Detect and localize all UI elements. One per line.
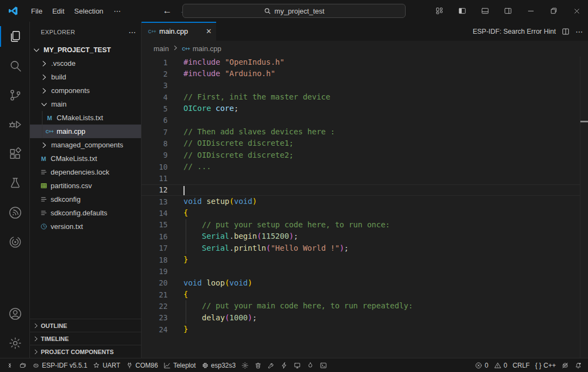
- status-serial-port[interactable]: COM86: [123, 359, 161, 371]
- status-warnings[interactable]: 0: [491, 359, 510, 371]
- status-eol[interactable]: CRLF: [510, 359, 532, 371]
- tree-item-sdkconfig[interactable]: sdkconfig: [30, 193, 141, 206]
- window-close-button[interactable]: [565, 0, 588, 22]
- tab-close-icon[interactable]: ✕: [206, 27, 212, 35]
- code-line-18[interactable]: 18}: [142, 254, 580, 265]
- status-sdk-config[interactable]: [238, 359, 252, 371]
- tree-item-build[interactable]: build: [30, 70, 141, 84]
- activity-search[interactable]: [0, 51, 30, 80]
- activity-settings[interactable]: [0, 328, 30, 358]
- code-line-17[interactable]: 17 Serial.println("Hello World !");: [142, 243, 580, 254]
- status-remote[interactable]: [3, 359, 16, 371]
- toggle-panel-icon[interactable]: [474, 0, 497, 22]
- tree-item-cmakelists-txt[interactable]: MCMakeLists.txt: [30, 111, 141, 125]
- activity-openindus[interactable]: [0, 227, 30, 257]
- tree-item-managed-components[interactable]: managed_components: [30, 138, 141, 152]
- line-number: 1: [142, 58, 168, 67]
- editor-more-actions[interactable]: ⋯: [575, 27, 584, 36]
- code-line-8[interactable]: 8// OIDiscrete discrete1;: [142, 138, 580, 149]
- status-errors[interactable]: 0: [472, 359, 491, 371]
- status-language-mode[interactable]: { }C++: [532, 359, 559, 371]
- tree-item-components[interactable]: components: [30, 84, 141, 97]
- window-minimize-button[interactable]: [519, 0, 542, 22]
- status-monitor[interactable]: [291, 359, 304, 371]
- tree-item-partitions-csv[interactable]: partitions.csv: [30, 179, 141, 193]
- status-build[interactable]: [265, 359, 278, 371]
- tree-item-version-txt[interactable]: version.txt: [30, 220, 141, 233]
- activity-accounts[interactable]: [0, 299, 30, 328]
- code-line-1[interactable]: 1#include "OpenIndus.h": [142, 57, 580, 68]
- code-line-3[interactable]: 3: [142, 80, 580, 91]
- section-outline[interactable]: OUTLINE: [30, 319, 141, 332]
- code-line-20[interactable]: 20void loop(void): [142, 277, 580, 289]
- status-copilot[interactable]: [559, 359, 572, 371]
- code-line-16[interactable]: 16 Serial.begin(115200);: [142, 231, 580, 242]
- status-esp-idf-version[interactable]: ESP-IDF v5.5.1: [29, 359, 90, 371]
- code-line-23[interactable]: 23 delay(1000);: [142, 312, 580, 324]
- activity-explorer[interactable]: [0, 22, 30, 51]
- chevron-right-icon: [40, 141, 48, 150]
- code-area[interactable]: 1#include "OpenIndus.h"2#include "Arduin…: [142, 57, 580, 358]
- code-line-21[interactable]: 21{: [142, 289, 580, 300]
- code-line-6[interactable]: 6: [142, 115, 580, 126]
- menu-overflow[interactable]: ⋯: [108, 5, 127, 17]
- split-editor-icon[interactable]: [561, 27, 570, 36]
- status-device-target[interactable]: esp32s3: [199, 359, 238, 371]
- section-project-components[interactable]: PROJECT COMPONENTS: [30, 345, 141, 358]
- code-line-11[interactable]: 11: [142, 172, 580, 184]
- activity-bar: [0, 22, 30, 358]
- esp-idf-hint-button[interactable]: ESP-IDF: Search Error Hint: [473, 28, 556, 35]
- code-line-15[interactable]: 15 // put your setup code here, to run o…: [142, 219, 580, 231]
- line-number: 7: [142, 128, 168, 137]
- code-line-9[interactable]: 9// OIDiscrete discrete2;: [142, 150, 580, 161]
- menu-file[interactable]: File: [26, 5, 47, 17]
- breadcrumb-file[interactable]: main.cpp: [193, 45, 222, 53]
- status-flash-method[interactable]: UART: [90, 359, 122, 371]
- activity-run-debug[interactable]: [0, 110, 30, 139]
- breadcrumb-folder[interactable]: main: [154, 45, 169, 53]
- tree-item-main-cpp[interactable]: C++main.cpp: [30, 125, 141, 138]
- window-restore-button[interactable]: [542, 0, 565, 22]
- code-line-24[interactable]: 24}: [142, 324, 580, 335]
- status-esp-idf-tools[interactable]: [16, 359, 29, 371]
- menu-edit[interactable]: Edit: [47, 5, 69, 17]
- menu-selection[interactable]: Selection: [69, 5, 108, 17]
- code-line-5[interactable]: 5OICore core;: [142, 103, 580, 114]
- code-line-7[interactable]: 7// Then add slaves devices here :: [142, 126, 580, 138]
- code-line-10[interactable]: 10// ...: [142, 161, 580, 172]
- status-terminal[interactable]: [317, 359, 330, 371]
- section-timeline[interactable]: TIMELINE: [30, 332, 141, 345]
- sidebar-more-actions[interactable]: ⋯: [128, 28, 137, 36]
- activity-testing[interactable]: [0, 169, 30, 198]
- toggle-primary-sidebar-icon[interactable]: [451, 0, 474, 22]
- tree-root-my_project_test[interactable]: MY_PROJECT_TEST: [30, 43, 141, 57]
- editor-scrollbar[interactable]: [580, 57, 588, 358]
- toggle-secondary-sidebar-icon[interactable]: [497, 0, 519, 22]
- nav-back-icon[interactable]: ←: [163, 5, 172, 16]
- code-line-13[interactable]: 13void setup(void): [142, 196, 580, 207]
- code-line-4[interactable]: 4// First, init the master device: [142, 91, 580, 103]
- activity-espressif-idf[interactable]: [0, 198, 30, 227]
- code-line-22[interactable]: 22 // put your main code here, to run re…: [142, 300, 580, 312]
- tree-item-sdkconfig-defaults[interactable]: sdkconfig.defaults: [30, 206, 141, 220]
- tree-item-main[interactable]: main: [30, 97, 141, 111]
- status-flash[interactable]: [278, 359, 291, 371]
- activity-extensions[interactable]: [0, 139, 30, 169]
- code-line-12[interactable]: 12: [142, 184, 580, 196]
- code-line-19[interactable]: 19: [142, 265, 580, 277]
- tree-item-dependencies-lock[interactable]: dependencies.lock: [30, 165, 141, 179]
- status-build-flash-monitor[interactable]: [304, 359, 317, 371]
- customize-layout-icon[interactable]: [428, 0, 451, 22]
- status-full-clean[interactable]: [252, 359, 265, 371]
- status-notifications[interactable]: [572, 359, 585, 371]
- tree-item-cmakelists-txt[interactable]: MCMakeLists.txt: [30, 152, 141, 165]
- command-center-search[interactable]: my_project_test: [182, 4, 406, 18]
- source-control-icon: [8, 88, 22, 102]
- line-number: 21: [142, 290, 168, 299]
- status-teleplot[interactable]: Teleplot: [161, 359, 198, 371]
- activity-source-control[interactable]: [0, 80, 30, 110]
- tree-item--vscode[interactable]: .vscode: [30, 57, 141, 70]
- code-line-2[interactable]: 2#include "Arduino.h": [142, 68, 580, 79]
- code-line-14[interactable]: 14{: [142, 207, 580, 219]
- tab-main-cpp[interactable]: C++ main.cpp ✕: [142, 22, 216, 41]
